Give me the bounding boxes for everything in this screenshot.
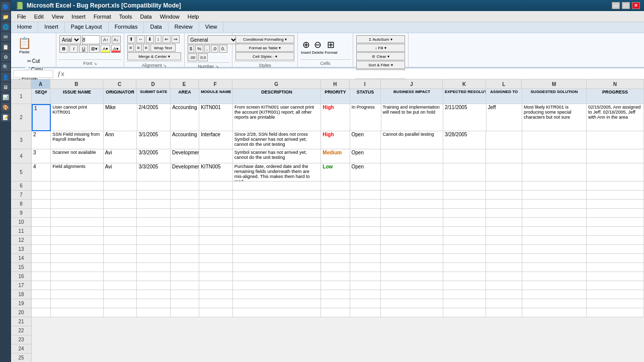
cell-k2[interactable]: 2/11/2005	[443, 104, 487, 131]
cell-g6[interactable]	[233, 182, 321, 191]
row-header-25[interactable]: 25	[11, 353, 31, 362]
cell-c2[interactable]: Mike	[104, 104, 137, 131]
cell-a5[interactable]: 4	[32, 163, 51, 182]
cell-i5[interactable]: Open	[350, 163, 381, 182]
sort-filter-button[interactable]: Sort & Filter ▾	[356, 61, 405, 69]
cell-c5[interactable]: Avi	[104, 163, 137, 182]
menu-data[interactable]: Data	[136, 13, 155, 21]
cell-styles-button[interactable]: Cell Styles - ▾	[235, 52, 294, 60]
cell-b4[interactable]: Scanner not available	[51, 149, 104, 163]
cell-a6[interactable]	[32, 182, 51, 191]
font-color-button[interactable]: A▾	[111, 45, 121, 53]
row-header-17[interactable]: 17	[11, 281, 31, 290]
align-right-button[interactable]: ≡	[143, 44, 149, 52]
cell-m4[interactable]	[522, 149, 587, 163]
sidebar-icon-12[interactable]: 📝	[1, 113, 10, 122]
cell-f4[interactable]	[199, 149, 233, 163]
cell-h5[interactable]: Low	[321, 163, 350, 182]
menu-tools[interactable]: Tools	[115, 13, 136, 21]
col-header-M[interactable]: M	[522, 79, 586, 88]
menu-format[interactable]: Format	[90, 13, 115, 21]
tab-formulas[interactable]: Formulas	[109, 22, 144, 33]
sidebar-icon-2[interactable]: 📁	[1, 12, 10, 21]
cell-h6[interactable]	[321, 182, 350, 191]
percent-button[interactable]: %	[195, 45, 203, 53]
cell-h2[interactable]: High	[321, 104, 350, 131]
cell-c4[interactable]: Avi	[104, 149, 137, 163]
cell-n2[interactable]: 02/15/2005, Ann assigned to Jeff. 02/16/…	[587, 104, 644, 131]
align-middle-button[interactable]: ↔	[136, 35, 145, 43]
align-left-button[interactable]: ≡	[127, 44, 134, 52]
header-resolution[interactable]: EXPECTED RESOLUTION DATE	[443, 89, 487, 104]
menu-help[interactable]: Help	[184, 13, 203, 21]
cell-j6[interactable]	[381, 182, 443, 191]
col-header-B[interactable]: B	[50, 79, 103, 88]
row-header-14[interactable]: 14	[11, 254, 31, 263]
dec-dec-button[interactable]: 0.	[219, 45, 227, 53]
col-header-C[interactable]: C	[103, 79, 137, 88]
row-header-13[interactable]: 13	[11, 245, 31, 254]
cut-button[interactable]: ✂ Cut	[14, 57, 53, 65]
cell-i2[interactable]: In Progress	[350, 104, 381, 131]
underline-button[interactable]: U	[79, 45, 88, 53]
cell-l3[interactable]	[486, 131, 522, 149]
sidebar-icon-6[interactable]: ⚙	[1, 52, 10, 61]
decrease-font-button[interactable]: A↓	[112, 36, 121, 44]
cell-e2[interactable]: Accounting	[171, 104, 199, 131]
header-priority[interactable]: PRIORITY	[321, 89, 350, 104]
col-header-G[interactable]: G	[232, 79, 321, 88]
row-header-10[interactable]: 10	[11, 218, 31, 227]
cell-k5[interactable]	[443, 163, 487, 182]
col-header-E[interactable]: E	[170, 79, 199, 88]
indent-dec-button[interactable]: ⇐	[163, 35, 171, 43]
row-header-24[interactable]: 24	[11, 344, 31, 353]
cell-d4[interactable]: 3/3/2005	[137, 149, 171, 163]
cell-b3[interactable]: SSN Field missing from Payroll Interface	[51, 131, 104, 149]
comma-button[interactable]: ,	[204, 45, 210, 53]
cell-a2[interactable]: 1	[32, 104, 51, 131]
row-header-18[interactable]: 18	[11, 290, 31, 299]
row-header-20[interactable]: 20	[11, 308, 31, 317]
autosum-button[interactable]: Σ AutoSum ▾	[356, 35, 405, 43]
header-seq[interactable]: SEQ#	[32, 89, 51, 104]
tab-review[interactable]: Review	[169, 22, 199, 33]
cell-k3[interactable]: 3/28/2005	[443, 131, 487, 149]
sidebar-icon-8[interactable]: 👤	[1, 72, 10, 81]
align-center-button[interactable]: ≡	[135, 44, 141, 52]
indent-inc-button[interactable]: ⇒	[172, 35, 180, 43]
cell-c6[interactable]	[104, 182, 137, 191]
fill-button[interactable]: ↓ Fill ▾	[356, 44, 405, 52]
clear-button[interactable]: ⊘ Clear ▾	[356, 52, 405, 60]
cell-b2[interactable]: User cannot print KITR001	[51, 104, 104, 131]
dec-places-dec-button[interactable]: 0.0	[198, 53, 208, 61]
cell-b6[interactable]	[51, 182, 104, 191]
cell-g2[interactable]: From screen KITN001 user cannot print th…	[233, 104, 321, 131]
header-issue[interactable]: ISSUE NAME	[51, 89, 104, 104]
row-header-8[interactable]: 8	[11, 200, 31, 209]
maximize-button[interactable]: □	[622, 2, 630, 9]
dec-places-inc-button[interactable]: .00	[188, 53, 197, 61]
formula-function-icon[interactable]: ƒx	[55, 70, 66, 77]
tab-insert[interactable]: Insert	[38, 22, 65, 33]
increase-font-button[interactable]: A↑	[101, 36, 111, 44]
cell-g5[interactable]: Purchase date, ordered date and the rema…	[233, 163, 321, 182]
header-assigned[interactable]: ASSIGNED TO	[486, 89, 522, 104]
col-header-I[interactable]: I	[350, 79, 381, 88]
menu-window[interactable]: Window	[156, 13, 184, 21]
fill-color-button[interactable]: A▾	[101, 45, 110, 53]
cell-j4[interactable]	[381, 149, 443, 163]
row-header-16[interactable]: 16	[11, 272, 31, 281]
paste-button[interactable]: 📋 Paste	[14, 35, 35, 56]
row-header-15[interactable]: 15	[11, 263, 31, 272]
menu-insert[interactable]: Insert	[67, 13, 90, 21]
cell-d5[interactable]: 3/3/2005	[137, 163, 171, 182]
col-header-K[interactable]: K	[443, 79, 486, 88]
cell-e4[interactable]: Development	[171, 149, 199, 163]
cell-h3[interactable]: High	[321, 131, 350, 149]
number-format-select[interactable]: General	[188, 35, 238, 44]
header-orig[interactable]: ORIGINATOR	[104, 89, 137, 104]
tab-view[interactable]: View	[199, 22, 224, 33]
font-size-input[interactable]	[82, 35, 100, 44]
cell-n6[interactable]	[587, 182, 644, 191]
cell-e6[interactable]	[171, 182, 199, 191]
